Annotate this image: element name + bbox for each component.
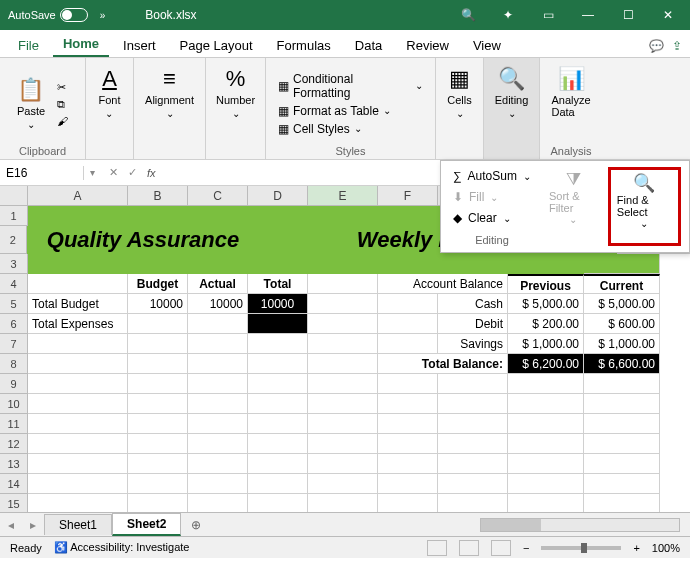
cut-button[interactable]: ✂	[53, 80, 72, 95]
cellstyle-icon: ▦	[278, 122, 289, 136]
share-icon[interactable]: ⇪	[672, 39, 682, 53]
qat-more-icon[interactable]: »	[100, 10, 106, 21]
ribbon: 📋 Paste ⌄ ✂ ⧉ 🖌 Clipboard A Font⌄ ≡ Alig…	[0, 58, 690, 160]
maximize-icon[interactable]: ☐	[614, 8, 642, 22]
formatpainter-button[interactable]: 🖌	[53, 114, 72, 128]
font-icon: A	[102, 66, 117, 92]
view-pagebreak-icon[interactable]	[491, 540, 511, 556]
tab-nav-next[interactable]: ▸	[22, 518, 44, 532]
accessibility-status[interactable]: ♿ Accessibility: Investigate	[54, 541, 190, 554]
zoom-in-button[interactable]: +	[633, 542, 639, 554]
enter-icon[interactable]: ✓	[128, 166, 137, 179]
cells-button[interactable]: ▦ Cells⌄	[443, 62, 475, 123]
tab-view[interactable]: View	[463, 34, 511, 57]
analyze-icon: 📊	[558, 66, 585, 92]
editing-label: Editing	[449, 230, 535, 246]
alignment-icon: ≡	[163, 66, 176, 92]
statusbar: Ready ♿ Accessibility: Investigate − + 1…	[0, 536, 690, 558]
fill-icon: ⬇	[453, 190, 463, 204]
view-normal-icon[interactable]	[427, 540, 447, 556]
view-pagelayout-icon[interactable]	[459, 540, 479, 556]
search-icon[interactable]: 🔍	[454, 8, 482, 22]
namebox-dropdown-icon[interactable]: ▾	[84, 167, 101, 178]
horizontal-scrollbar[interactable]	[211, 518, 690, 532]
sort-filter-button[interactable]: ⧩ Sort & Filter⌄	[543, 167, 604, 246]
number-button[interactable]: % Number⌄	[212, 62, 259, 123]
add-sheet-button[interactable]: ⊕	[181, 518, 211, 532]
tab-insert[interactable]: Insert	[113, 34, 166, 57]
tab-pagelayout[interactable]: Page Layout	[170, 34, 263, 57]
percent-icon: %	[226, 66, 246, 92]
copy-button[interactable]: ⧉	[53, 97, 72, 112]
condfmt-icon: ▦	[278, 79, 289, 93]
sigma-icon: ∑	[453, 169, 462, 183]
tab-formulas[interactable]: Formulas	[267, 34, 341, 57]
zoom-level[interactable]: 100%	[652, 542, 680, 554]
group-styles: Styles	[336, 145, 366, 157]
select-all-corner[interactable]	[0, 186, 28, 205]
filename: Book.xlsx	[145, 8, 454, 22]
status-ready: Ready	[10, 542, 42, 554]
eraser-icon: ◆	[453, 211, 462, 225]
alignment-button[interactable]: ≡ Alignment⌄	[141, 62, 198, 123]
ribbon-display-icon[interactable]: ▭	[534, 8, 562, 22]
comments-icon[interactable]: 💬	[649, 39, 664, 53]
magnifier-icon: 🔍	[633, 172, 655, 194]
format-table-button[interactable]: ▦ Format as Table ⌄	[274, 103, 427, 119]
analyze-data-button[interactable]: 📊 Analyze Data	[547, 62, 594, 122]
clipboard-icon: 📋	[17, 77, 44, 103]
sheet-tab-1[interactable]: Sheet1	[44, 514, 112, 535]
autosave-toggle[interactable]: AutoSave	[8, 8, 88, 22]
name-box[interactable]: E16	[0, 166, 84, 180]
font-button[interactable]: A Font⌄	[94, 62, 124, 123]
paste-button[interactable]: 📋 Paste ⌄	[13, 73, 49, 134]
accessibility-icon: ♿	[54, 541, 68, 553]
tab-nav-prev[interactable]: ◂	[0, 518, 22, 532]
group-clipboard: Clipboard	[19, 145, 66, 157]
zoom-slider[interactable]	[541, 546, 621, 550]
tab-home[interactable]: Home	[53, 32, 109, 57]
minimize-icon[interactable]: ―	[574, 8, 602, 22]
tab-file[interactable]: File	[8, 34, 49, 57]
titlebar: AutoSave » Book.xlsx 🔍 ✦ ▭ ― ☐ ✕	[0, 0, 690, 30]
menubar: File Home Insert Page Layout Formulas Da…	[0, 30, 690, 58]
fill-button[interactable]: ⬇Fill ⌄	[449, 188, 535, 206]
conditional-formatting-button[interactable]: ▦ Conditional Formatting ⌄	[274, 71, 427, 101]
toggle-icon	[60, 8, 88, 22]
sheet-tabs: ◂ ▸ Sheet1 Sheet2 ⊕	[0, 512, 690, 536]
zoom-out-button[interactable]: −	[523, 542, 529, 554]
cell-styles-button[interactable]: ▦ Cell Styles ⌄	[274, 121, 427, 137]
magnifier-icon: 🔍	[498, 66, 525, 92]
table-icon: ▦	[278, 104, 289, 118]
autosum-button[interactable]: ∑AutoSum ⌄	[449, 167, 535, 185]
tab-data[interactable]: Data	[345, 34, 392, 57]
sheet-tab-2[interactable]: Sheet2	[112, 513, 181, 536]
group-analysis: Analysis	[551, 145, 592, 157]
find-select-button[interactable]: 🔍 Find & Select⌄	[608, 167, 681, 246]
editing-dropdown: ∑AutoSum ⌄ ⬇Fill ⌄ ◆Clear ⌄ Editing ⧩ So…	[440, 160, 690, 253]
close-icon[interactable]: ✕	[654, 8, 682, 22]
banner-left: Quality Assurance	[27, 226, 295, 254]
cells-icon: ▦	[449, 66, 470, 92]
editing-button[interactable]: 🔍 Editing⌄	[491, 62, 533, 123]
tab-review[interactable]: Review	[396, 34, 459, 57]
funnel-icon: ⧩	[566, 169, 581, 190]
reward-icon[interactable]: ✦	[494, 8, 522, 22]
clear-button[interactable]: ◆Clear ⌄	[449, 209, 535, 227]
cancel-icon[interactable]: ✕	[109, 166, 118, 179]
fx-icon[interactable]: fx	[147, 167, 156, 179]
